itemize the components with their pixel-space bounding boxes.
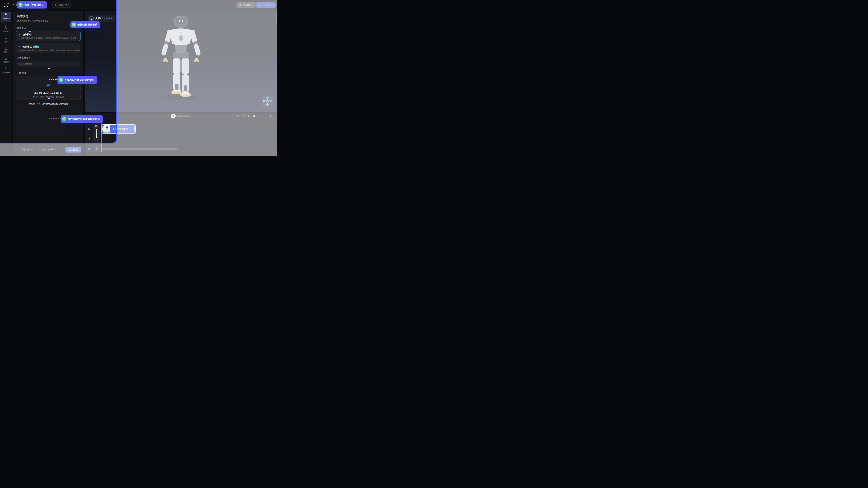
footer-separator: |	[36, 148, 36, 151]
sidebar-item-label: 动作模仿	[2, 17, 10, 20]
model-badge: 灵犀X2 青春版	[88, 15, 115, 22]
panel-subtitle: 通过动作模仿，快速生成动作素材	[17, 20, 49, 23]
robot-deploy-icon	[259, 4, 261, 6]
ruler-tick	[236, 121, 236, 122]
tour-connector	[49, 69, 49, 98]
time-display: 00:00 / 00:30	[177, 115, 190, 117]
music-library-icon	[4, 57, 8, 60]
axis-y-handle[interactable]: Y	[266, 100, 269, 103]
film-reel-icon	[46, 83, 51, 88]
timeline-panel: 00:00 / 00:30 2f 4f 6f 8f 10f 12f 14f 16…	[85, 113, 277, 156]
ruler-label: 4f	[142, 121, 144, 122]
requirements-link[interactable]: 【要求】	[35, 103, 42, 105]
play-button[interactable]	[171, 114, 176, 118]
volume-slider[interactable]	[96, 129, 97, 137]
step-number-badge: 3	[72, 23, 76, 27]
sidebar: 动作模仿 音频编排 表情库 动作库 音频库 我的任务	[0, 10, 12, 156]
step-text: 在此可以按需进行命名操作	[65, 79, 94, 82]
volume-popup: 40%	[93, 124, 100, 152]
expression-track-button[interactable]	[85, 124, 94, 134]
mode-desc: 快速模仿普通难度的全身动作，适用于小品戏剧等简单动作的快速演绎	[19, 37, 76, 39]
mode-name: 动作模仿	[23, 45, 32, 48]
deploy-button[interactable]: 下发到设备	[256, 2, 276, 8]
sidebar-item-audio-arrange[interactable]: 音频编排	[1, 25, 11, 33]
ruler-label: 12f	[224, 121, 227, 122]
sidebar-item-label: 音频编排	[2, 30, 10, 33]
axis-x-handle[interactable]: X	[270, 100, 273, 103]
music-track-icon	[88, 147, 91, 150]
ruler-label: 10f	[204, 121, 206, 122]
file-status-label: 文件未保存	[59, 3, 69, 6]
zoom-slider-thumb[interactable]	[253, 115, 255, 117]
speaker-button[interactable]	[94, 147, 99, 151]
lightning-icon	[19, 33, 21, 36]
sidebar-item-expression-library[interactable]: 表情库	[1, 35, 11, 43]
save-button-label: 合成并保存	[243, 4, 253, 6]
axis-neg-z-handle[interactable]	[266, 103, 269, 106]
mode-card-standard[interactable]: 动作模仿 快速模仿普通难度的全身动作，适用于小品戏剧等简单动作的快速演绎	[16, 31, 81, 41]
sidebar-item-label: 音频库	[3, 61, 9, 64]
timeline-clip[interactable]: 超帅走路姿势	[101, 124, 136, 134]
note-prefix: 请根据	[29, 103, 35, 105]
sidebar-item-label: 动作库	[3, 51, 9, 53]
floor-grid	[85, 111, 277, 112]
note-suffix: 提供清晰完整的真人动作视频	[42, 103, 68, 105]
tour-connector	[30, 25, 30, 31]
timeline-scrollbar[interactable]	[102, 148, 178, 150]
person-icon	[4, 47, 8, 50]
material-name-input[interactable]	[16, 61, 81, 67]
zoom-out-icon[interactable]	[248, 114, 251, 118]
axis-z-handle[interactable]: Z	[266, 97, 269, 99]
step-text: 选择动作模仿模式	[78, 23, 97, 26]
tour-connector	[49, 79, 58, 80]
track-view-icon[interactable]	[235, 114, 239, 118]
remaining-credits: 剩余灵石 300	[22, 148, 34, 151]
clip-label: 超帅走路姿势	[115, 127, 128, 131]
tour-anchor-dot	[5, 13, 6, 15]
step-number-badge: 4	[59, 78, 63, 82]
mode-desc: 模仿复杂高精度高动态全身动作复现，适用于舞蹈功夫等丰富表达创作表演	[19, 49, 80, 52]
save-button[interactable]: 合成并保存	[237, 2, 256, 8]
tour-connector	[49, 118, 61, 119]
ruler-tick	[215, 121, 216, 122]
sidebar-item-audio-library[interactable]: 音频库	[1, 56, 11, 64]
motion-track-icon	[88, 137, 91, 141]
cloud-unsaved-icon	[55, 4, 58, 6]
playhead[interactable]	[101, 121, 101, 152]
clip-trim-right-handle[interactable]	[134, 127, 135, 131]
save-icon	[239, 4, 242, 6]
viewport-3d[interactable]: 灵犀X2 青春版 Z Y X	[85, 11, 277, 112]
gem-icon	[52, 148, 54, 150]
fit-width-icon[interactable]	[242, 114, 245, 118]
step-text: 选择「动作模仿」	[24, 3, 44, 6]
axis-neg-x-handle[interactable]	[263, 100, 266, 103]
volume-slider-thumb[interactable]	[96, 136, 97, 138]
sparkles-icon	[4, 26, 8, 30]
panel-title: 动作模仿	[17, 15, 28, 18]
tour-step-1: 1 选择「动作模仿」	[17, 1, 47, 8]
expression-track-icon	[88, 127, 91, 131]
pro-badge: Pro	[33, 46, 39, 48]
dropzone-title: 拖拽至此或点击上传视频文件	[16, 92, 80, 95]
sidebar-item-my-tasks[interactable]: 我的任务	[1, 66, 11, 74]
generate-button[interactable]: 立即生成	[65, 147, 81, 152]
music-track-button[interactable]	[85, 144, 94, 153]
viewport-scrollbar[interactable]	[276, 12, 277, 24]
sidebar-item-label: 我的任务	[2, 71, 10, 74]
motion-track-button[interactable]	[85, 134, 94, 143]
mode-card-pro[interactable]: 动作模仿 Pro 模仿复杂高精度高动态全身动作复现，适用于舞蹈功夫等丰富表达创作…	[16, 43, 81, 53]
app-window: A1机 文件未保存 合成并保存 下发到设备 动作模仿 音频编排 表情库	[0, 0, 277, 156]
timeline-zoom-slider[interactable]	[254, 116, 267, 116]
clip-trim-left-handle[interactable]	[102, 127, 103, 131]
ruler-label: 6f	[163, 121, 164, 122]
tour-connector	[49, 99, 49, 118]
zoom-in-icon[interactable]	[270, 114, 273, 118]
project-title: A1机	[13, 4, 17, 7]
axis-gizmo: Z Y X	[262, 96, 274, 107]
model-name: 灵犀X2	[95, 17, 103, 20]
file-status: 文件未保存	[52, 2, 72, 8]
tour-anchor-dot	[29, 31, 31, 32]
robot-logo-icon	[4, 2, 9, 7]
sidebar-item-label: 表情库	[3, 40, 9, 43]
sidebar-item-motion-library[interactable]: 动作库	[1, 45, 11, 53]
